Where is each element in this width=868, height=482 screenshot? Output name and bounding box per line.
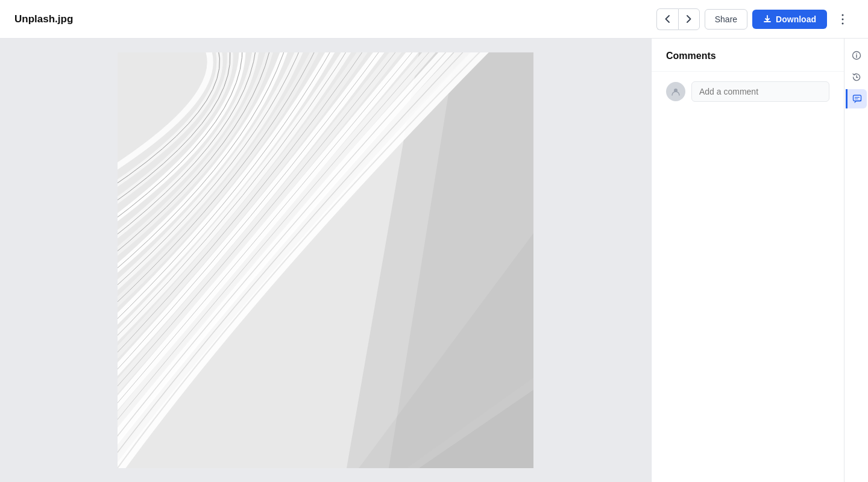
right-panel (844, 39, 868, 482)
svg-point-13 (856, 53, 857, 54)
svg-point-1 (842, 18, 844, 20)
more-icon (841, 14, 844, 25)
header-actions: Share Download (656, 8, 854, 30)
nav-next-button[interactable] (678, 8, 700, 30)
svg-point-2 (842, 22, 844, 24)
download-icon (763, 15, 772, 23)
info-icon[interactable] (847, 46, 866, 65)
nav-group (656, 8, 700, 30)
comments-panel-icon[interactable] (846, 89, 867, 108)
nav-prev-button[interactable] (656, 8, 678, 30)
download-button[interactable]: Download (752, 10, 827, 29)
svg-rect-16 (853, 95, 861, 101)
comments-heading: Comments (652, 39, 844, 72)
comments-sidebar: Comments (651, 39, 844, 482)
main-layout: Comments (0, 39, 868, 482)
download-label: Download (776, 14, 816, 24)
image-container (118, 52, 533, 468)
svg-point-0 (842, 14, 844, 16)
file-title: Unplash.jpg (14, 13, 73, 25)
image-svg (118, 52, 533, 468)
image-area (0, 39, 651, 482)
avatar (666, 82, 685, 101)
header: Unplash.jpg Share Download (0, 0, 868, 39)
share-button[interactable]: Share (705, 9, 747, 30)
history-icon[interactable] (847, 67, 866, 87)
comment-input-row (652, 72, 844, 111)
comment-input[interactable] (691, 81, 829, 102)
more-button[interactable] (832, 8, 854, 30)
